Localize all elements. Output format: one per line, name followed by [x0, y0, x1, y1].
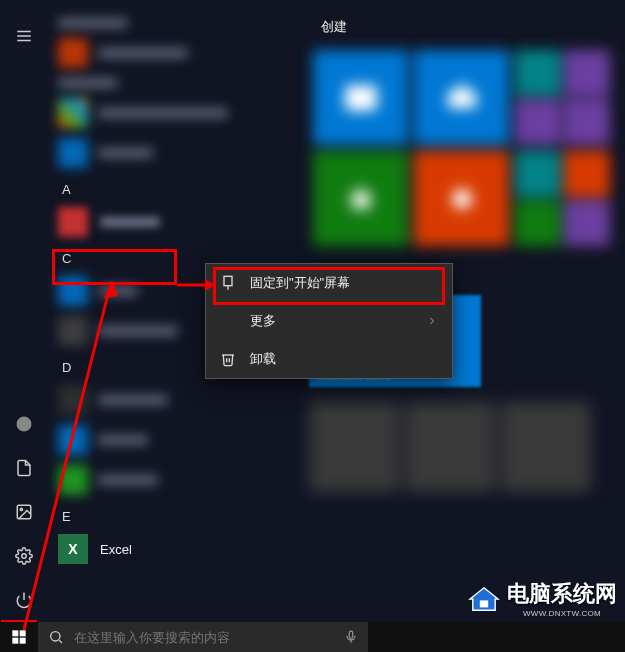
microphone-icon[interactable]	[344, 630, 358, 644]
hamburger-icon[interactable]	[0, 14, 48, 58]
app-label-excel: Excel	[100, 542, 132, 557]
taskbar	[0, 622, 625, 652]
tile[interactable]	[414, 151, 509, 246]
svg-marker-9	[346, 184, 374, 211]
taskbar-search[interactable]	[38, 622, 368, 652]
trash-icon	[220, 351, 236, 367]
user-avatar-icon[interactable]	[0, 402, 48, 446]
list-item[interactable]	[48, 381, 303, 419]
ctx-label: 卸载	[250, 350, 276, 368]
watermark: 电脑系统网 WWW.DNXTW.COM	[467, 579, 617, 618]
svg-rect-11	[224, 276, 232, 285]
tile[interactable]	[313, 151, 408, 246]
list-item[interactable]	[48, 134, 303, 172]
list-item[interactable]	[48, 461, 303, 499]
svg-rect-17	[480, 600, 488, 607]
tile[interactable]	[564, 99, 610, 145]
app-item-a[interactable]	[48, 201, 303, 243]
svg-point-22	[51, 632, 60, 641]
tile[interactable]	[405, 402, 495, 492]
watermark-title: 电脑系统网	[507, 579, 617, 609]
watermark-sub: WWW.DNXTW.COM	[507, 609, 617, 618]
ctx-uninstall[interactable]: 卸载	[206, 340, 452, 378]
start-button[interactable]	[0, 622, 38, 652]
list-item[interactable]	[48, 94, 303, 132]
svg-line-23	[59, 640, 62, 643]
tiles-group-title[interactable]: 创建	[321, 18, 615, 36]
ctx-pin-to-start[interactable]: 固定到"开始"屏幕	[206, 264, 452, 302]
tile[interactable]	[414, 50, 509, 145]
tile[interactable]	[515, 151, 561, 197]
ctx-label: 更多	[250, 312, 276, 330]
ctx-label: 固定到"开始"屏幕	[250, 274, 350, 292]
power-icon[interactable]	[0, 578, 48, 622]
tile[interactable]	[564, 50, 610, 96]
house-logo-icon	[467, 585, 501, 613]
pictures-icon[interactable]	[0, 490, 48, 534]
chevron-right-icon	[426, 315, 438, 327]
tile[interactable]	[564, 151, 610, 197]
tile[interactable]	[515, 99, 561, 145]
section-header-e[interactable]: E	[48, 501, 303, 528]
svg-point-10	[452, 189, 472, 209]
documents-icon[interactable]	[0, 446, 48, 490]
svg-rect-24	[349, 631, 353, 638]
windows-logo-icon	[11, 629, 27, 645]
tile[interactable]	[309, 402, 399, 492]
list-item[interactable]	[48, 34, 303, 72]
svg-rect-20	[12, 638, 18, 644]
pin-icon	[220, 275, 236, 291]
svg-rect-8	[345, 85, 377, 110]
svg-point-3	[17, 417, 32, 432]
search-icon	[48, 629, 64, 645]
settings-gear-icon[interactable]	[0, 534, 48, 578]
svg-rect-19	[20, 630, 26, 636]
tile[interactable]	[515, 200, 561, 246]
tile[interactable]	[515, 50, 561, 96]
svg-point-5	[20, 508, 22, 510]
tile[interactable]	[501, 402, 591, 492]
section-header-a[interactable]: A	[48, 174, 303, 201]
svg-rect-18	[12, 630, 18, 636]
start-left-rail	[0, 0, 48, 622]
tile[interactable]	[564, 200, 610, 246]
svg-point-6	[22, 554, 27, 559]
svg-rect-21	[20, 638, 26, 644]
context-menu: 固定到"开始"屏幕 更多 卸载	[205, 263, 453, 379]
search-input[interactable]	[74, 630, 334, 645]
ctx-more[interactable]: 更多	[206, 302, 452, 340]
tile[interactable]	[313, 50, 408, 145]
app-item-excel[interactable]: X Excel	[48, 528, 303, 570]
list-item[interactable]	[48, 421, 303, 459]
